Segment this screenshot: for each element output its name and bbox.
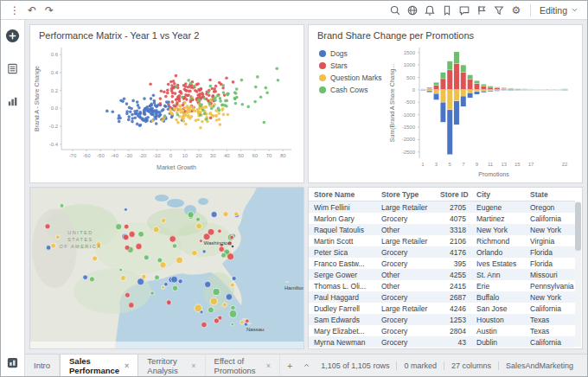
svg-text:40: 40 [224, 153, 230, 158]
legend-item-cash-cows[interactable]: Cash Cows [319, 86, 387, 94]
bar-chart-panel: Brand Share Change per Promotions DogsSt… [308, 24, 583, 183]
table-row[interactable]: Paul PapasGrocery4224Los AngelesCaliforn… [309, 348, 575, 349]
table-cell: Florida [525, 246, 575, 258]
table-cell: Ives Estates [471, 258, 525, 269]
svg-text:-10: -10 [153, 153, 161, 158]
data-in-analysis-icon[interactable] [4, 60, 22, 77]
table-cell: 3318 [435, 224, 471, 235]
table-cell: Franco Eastw... [309, 258, 376, 269]
table-row[interactable]: Serge GowerOther4255St. AnnMissouri [309, 269, 575, 280]
table-row[interactable]: Sam EdwardsGrocery1253HoustonTexas [309, 314, 575, 325]
svg-text:-2000: -2000 [402, 137, 416, 142]
tab-close-icon[interactable]: × [191, 361, 195, 370]
legend-item-stars[interactable]: Stars [319, 61, 387, 70]
globe-icon[interactable] [404, 1, 421, 20]
table-cell: New York [525, 224, 575, 235]
settings-icon[interactable]: ⚙ [508, 1, 525, 20]
column-header-store-id[interactable]: Store ID [435, 188, 471, 201]
svg-text:10: 10 [182, 153, 188, 158]
table-cell: Dublin [471, 336, 525, 348]
tab-close-icon[interactable]: × [125, 361, 129, 370]
column-header-store-type[interactable]: Store Type [376, 188, 435, 201]
table-cell: Grocery [376, 314, 435, 325]
add-page-button[interactable]: + [280, 355, 299, 376]
table-cell: Thomas L. Oli... [309, 280, 376, 291]
search-icon[interactable] [387, 1, 404, 20]
table-cell: 4255 [435, 269, 471, 280]
notifications-icon[interactable] [421, 1, 438, 20]
data-canvas-icon[interactable] [4, 354, 22, 371]
dashboard-canvas: Performance Matrix - Year 1 vs Year 2 0.… [25, 20, 587, 354]
table-row[interactable]: Thomas L. Oli...Other2415EriePennsylvani… [309, 280, 575, 291]
table-row[interactable]: Dudley FarrellLarge Retailer4246San Jose… [309, 303, 575, 314]
table-row[interactable]: Wim FelliniLarge Retailer2705EugeneOrego… [309, 201, 575, 214]
svg-text:30: 30 [210, 153, 216, 158]
legend-item-question-marks[interactable]: Question Marks [319, 73, 387, 82]
bookmark-icon[interactable] [438, 1, 456, 20]
table-cell: Martin Scott [309, 235, 376, 246]
add-visualization-icon[interactable] [4, 27, 22, 44]
toolbar-right-group: ⚙ Editing [387, 1, 582, 20]
table-cell: Grocery [376, 246, 435, 258]
table-scrollbar-thumb[interactable] [575, 202, 581, 251]
flag-icon[interactable] [473, 1, 490, 20]
table-row[interactable]: Myrna NewmanGrocery43DublinCalifornia [309, 336, 575, 348]
svg-text:0.6: 0.6 [51, 52, 59, 57]
column-header-city[interactable]: City [471, 188, 525, 201]
data-table-name[interactable]: SalesAndMarketing [498, 361, 580, 370]
table-row[interactable]: Peter SicaGrocery4176OrlandoFlorida [309, 246, 575, 258]
svg-text:-50: -50 [97, 153, 105, 158]
table-row[interactable]: Franco Eastw...Grocery395Ives EstatesFlo… [309, 258, 575, 269]
table-row[interactable]: Marlon GaryGrocery4075MartinezCalifornia [309, 213, 575, 224]
legend-item-dogs[interactable]: Dogs [319, 49, 387, 58]
tab-close-icon[interactable]: × [266, 361, 271, 370]
table-cell: Oregon [525, 201, 575, 214]
table-cell: 4246 [435, 303, 471, 314]
svg-text:-40: -40 [111, 153, 118, 158]
filter-icon[interactable] [490, 1, 508, 20]
svg-text:17: 17 [528, 162, 534, 167]
table-row[interactable]: Mary Elizabet...Grocery2804AustinTexas [309, 325, 575, 336]
table-scrollbar[interactable] [575, 201, 581, 347]
page-tab-territory-analysis[interactable]: Territory Analysis× [138, 355, 205, 376]
comments-icon[interactable] [456, 1, 473, 20]
page-tab-effect-of-promotions[interactable]: Effect of Promotions× [206, 355, 280, 376]
visualization-types-icon[interactable] [4, 93, 22, 110]
page-tab-sales-performance[interactable]: Sales Performance× [60, 355, 138, 376]
table-cell: 2705 [435, 201, 471, 214]
table-cell: 4176 [435, 246, 471, 258]
bar-chart[interactable]: 150010005000-500-1000-1500-2000-25001357… [387, 42, 572, 179]
menu-dots-icon[interactable]: ⋮ [6, 1, 23, 20]
table-cell: Large Retailer [376, 201, 435, 214]
column-header-state[interactable]: State [525, 188, 575, 201]
table-cell: Orlando [471, 246, 525, 258]
legend-swatch [319, 86, 326, 93]
column-header-store-name[interactable]: Store Name [309, 188, 376, 201]
svg-text:9: 9 [476, 162, 479, 167]
table-row[interactable]: Raquel TatoulisOther3318New YorkNew York [309, 224, 575, 235]
map-visualization[interactable]: UNITED STATES OF AMERICA Washington Nass… [30, 188, 304, 348]
svg-text:0: 0 [169, 153, 173, 158]
redo-icon[interactable]: ↷ [41, 1, 58, 20]
scatter-plot[interactable]: 0.60.40.20.0-0.2-0.4-70-60-50-40-30-20-1… [30, 42, 298, 172]
undo-icon[interactable]: ↶ [23, 1, 41, 20]
editing-mode-dropdown[interactable]: Editing [536, 5, 582, 16]
toolbar-left-group: ⋮ ↶ ↷ [6, 1, 58, 20]
bar-chart-body: DogsStarsQuestion MarksCash Cows 1500100… [309, 42, 582, 179]
country-label-line3: OF AMERICA [60, 244, 102, 249]
svg-text:1: 1 [421, 162, 425, 167]
table-cell: Florida [525, 258, 575, 269]
page-tabs: IntroSales Performance×Territory Analysi… [25, 355, 299, 376]
authoring-sidebar [1, 20, 25, 376]
table-cell: California [525, 213, 575, 224]
expand-status-icon[interactable] [299, 361, 314, 369]
page-tab-intro[interactable]: Intro [25, 355, 60, 376]
table-cell: Martinez [471, 213, 525, 224]
table-row[interactable]: Paul HaggardGrocery2687BuffaloNew York [309, 291, 575, 303]
svg-text:0.2: 0.2 [51, 88, 59, 93]
svg-text:-20: -20 [139, 153, 147, 158]
table-cell: St. Ann [471, 269, 525, 280]
table-row[interactable]: Martin ScottLarge Retailer2106RichmondVi… [309, 235, 575, 246]
svg-text:-1500: -1500 [402, 125, 416, 130]
app-window: ⋮ ↶ ↷ ⚙ [0, 0, 588, 377]
